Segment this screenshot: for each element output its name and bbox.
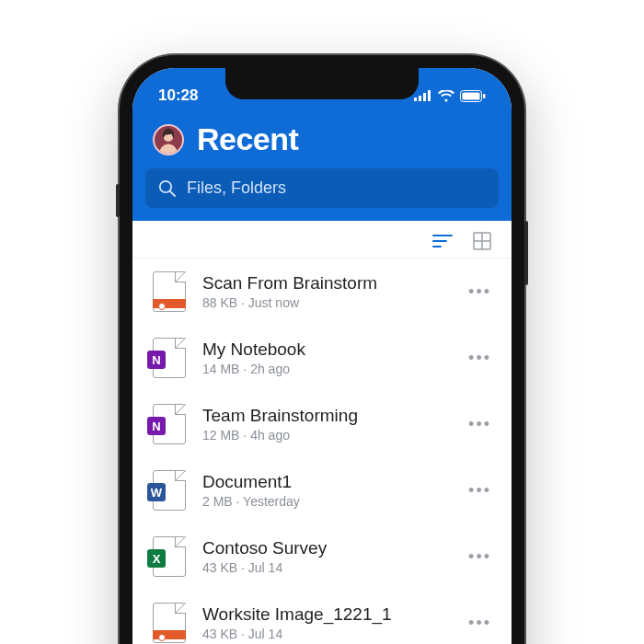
onenote-file-icon: N — [153, 404, 186, 444]
more-button[interactable]: ••• — [461, 606, 491, 640]
more-icon: ••• — [468, 282, 491, 301]
file-name: Contoso Survey — [202, 538, 444, 559]
scan-file-icon — [153, 271, 186, 312]
file-list: Scan From Brainstorm88 KB · Just now•••N… — [132, 259, 512, 644]
more-button[interactable]: ••• — [461, 341, 491, 375]
file-name: Document1 — [202, 472, 444, 493]
svg-rect-0 — [414, 98, 417, 101]
list-item[interactable]: NMy Notebook14 MB · 2h ago••• — [132, 325, 512, 391]
screen: 10:28 Recent Files, Folders — [132, 68, 512, 644]
app-badge: N — [147, 417, 166, 435]
page-title: Recent — [197, 121, 298, 157]
list-item-text: Team Brainstorming12 MB · 4h ago — [202, 406, 444, 443]
list-item-text: Scan From Brainstorm88 KB · Just now — [202, 273, 444, 311]
svg-rect-2 — [423, 93, 426, 101]
word-file-icon: W — [153, 470, 186, 511]
list-item[interactable]: XContoso Survey43 KB · Jul 14••• — [132, 523, 512, 590]
sort-button[interactable] — [432, 234, 453, 248]
list-item-text: Worksite Image_1221_143 KB · Jul 14 — [202, 604, 444, 642]
svg-point-9 — [160, 181, 171, 192]
status-indicators — [414, 90, 486, 102]
more-button[interactable]: ••• — [461, 474, 491, 508]
sort-icon — [432, 234, 453, 248]
more-icon: ••• — [468, 349, 491, 367]
more-button[interactable]: ••• — [461, 540, 491, 574]
list-item-text: My Notebook14 MB · 2h ago — [202, 339, 444, 377]
search-wrap: Files, Folders — [132, 168, 512, 221]
app-badge: W — [147, 483, 166, 501]
app-badge: X — [147, 549, 166, 568]
list-item[interactable]: NTeam Brainstorming12 MB · 4h ago••• — [132, 391, 512, 457]
excel-file-icon: X — [153, 536, 186, 577]
file-meta: 2 MB · Yesterday — [202, 494, 444, 509]
avatar[interactable] — [153, 124, 184, 155]
more-icon: ••• — [468, 415, 491, 433]
file-meta: 14 MB · 2h ago — [202, 362, 444, 376]
scan-file-icon — [153, 603, 186, 643]
file-name: My Notebook — [202, 339, 444, 361]
search-placeholder: Files, Folders — [187, 178, 286, 198]
file-meta: 43 KB · Jul 14 — [202, 627, 444, 641]
status-time: 10:28 — [158, 86, 198, 105]
more-button[interactable]: ••• — [461, 408, 491, 442]
file-name: Scan From Brainstorm — [202, 273, 444, 294]
notch — [225, 68, 419, 99]
file-name: Worksite Image_1221_1 — [202, 604, 444, 626]
phone-frame: 10:28 Recent Files, Folders — [120, 55, 524, 644]
list-item[interactable]: Scan From Brainstorm88 KB · Just now••• — [132, 259, 512, 325]
more-icon: ••• — [468, 481, 491, 500]
svg-rect-5 — [463, 92, 480, 99]
grid-view-button[interactable] — [473, 232, 491, 250]
svg-rect-1 — [419, 96, 421, 101]
list-item[interactable]: WDocument12 MB · Yesterday••• — [132, 457, 512, 523]
wifi-icon — [438, 90, 454, 102]
grid-icon — [473, 232, 491, 250]
svg-rect-6 — [483, 94, 486, 98]
toolbar — [132, 221, 512, 259]
app-badge: N — [147, 351, 166, 369]
onenote-file-icon: N — [153, 338, 186, 378]
search-icon — [158, 179, 176, 197]
file-meta: 43 KB · Jul 14 — [202, 560, 444, 575]
list-item-text: Document12 MB · Yesterday — [202, 472, 444, 510]
search-input[interactable]: Files, Folders — [145, 168, 499, 208]
more-button[interactable]: ••• — [461, 275, 491, 309]
svg-rect-3 — [428, 90, 431, 101]
list-item[interactable]: Worksite Image_1221_143 KB · Jul 14••• — [132, 590, 512, 644]
more-icon: ••• — [468, 614, 491, 632]
list-item-text: Contoso Survey43 KB · Jul 14 — [202, 538, 444, 576]
battery-icon — [460, 90, 486, 102]
file-name: Team Brainstorming — [202, 406, 444, 427]
signal-icon — [414, 90, 432, 101]
title-row: Recent — [132, 112, 512, 168]
file-meta: 88 KB · Just now — [202, 295, 444, 310]
more-icon: ••• — [468, 547, 491, 566]
svg-line-10 — [170, 191, 175, 196]
file-meta: 12 MB · 4h ago — [202, 428, 444, 443]
